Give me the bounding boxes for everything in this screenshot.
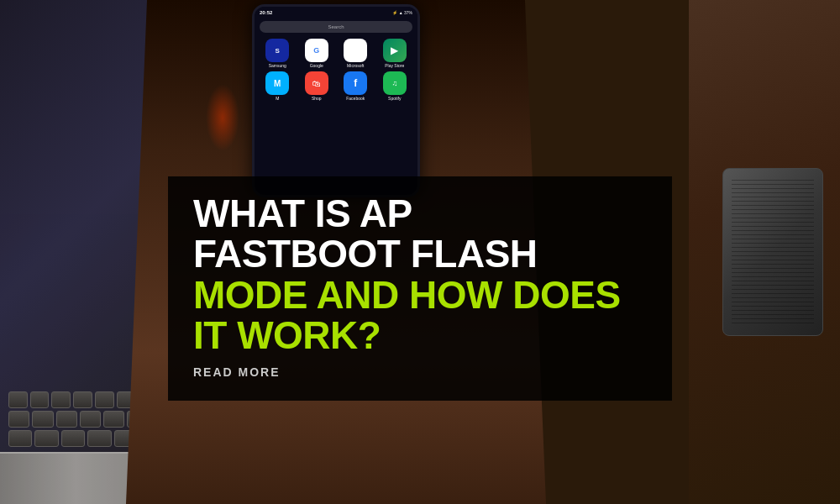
headline-line3: MODE AND HOW DOES: [193, 275, 647, 315]
background: 20:52 ⚡ ▲ 37% Search S Samsung G Google: [0, 0, 840, 504]
app-facebook[interactable]: f Facebook: [338, 71, 374, 101]
app-spotify[interactable]: ♫ Spotify: [377, 71, 413, 101]
app-spotify-label: Spotify: [388, 96, 401, 101]
app-microsoft[interactable]: Microsoft: [338, 39, 374, 68]
m-app-icon: M: [265, 71, 289, 95]
playstore-icon: ▶: [383, 39, 407, 62]
app-samsung-label: Samsung: [269, 63, 286, 68]
headline-line1: WHAT IS AP: [193, 193, 647, 234]
phone-status-icons: ⚡ ▲ 37%: [392, 10, 412, 15]
app-google[interactable]: G Google: [299, 39, 335, 68]
app-m[interactable]: M M: [260, 71, 296, 101]
shopbag-icon: 🛍: [305, 71, 328, 95]
article-overlay: WHAT IS AP FASTBOOT FLASH MODE AND HOW D…: [168, 176, 672, 401]
app-m-label: M: [276, 96, 279, 101]
samsung-icon: S: [265, 39, 289, 62]
microsoft-icon: [344, 39, 367, 62]
app-playstore[interactable]: ▶ Play Store: [377, 39, 413, 68]
phone-screen: 20:52 ⚡ ▲ 37% Search S Samsung G Google: [252, 4, 420, 197]
phone-status-bar: 20:52 ⚡ ▲ 37%: [255, 7, 417, 18]
phone-search-bar[interactable]: Search: [260, 21, 412, 33]
app-microsoft-label: Microsoft: [347, 63, 364, 68]
app-shopbag[interactable]: 🛍 Shop: [299, 71, 335, 101]
app-playstore-label: Play Store: [385, 63, 404, 68]
headline-line2: FASTBOOT FLASH: [193, 234, 647, 274]
app-samsung[interactable]: S Samsung: [260, 39, 296, 68]
app-facebook-label: Facebook: [346, 96, 365, 101]
spotify-icon: ♫: [383, 71, 407, 95]
speaker-device: [722, 168, 823, 336]
phone-search-text: Search: [328, 24, 344, 29]
phone-apps-grid: S Samsung G Google Microsoft ▶ Play Stor…: [255, 35, 417, 104]
app-google-label: Google: [310, 63, 323, 68]
read-more-link[interactable]: READ MORE: [193, 365, 281, 379]
google-icon: G: [305, 39, 328, 62]
headline-line4: IT WORK?: [193, 315, 647, 355]
phone-time: 20:52: [260, 10, 272, 15]
facebook-icon: f: [344, 71, 367, 95]
app-shop-label: Shop: [312, 96, 322, 101]
